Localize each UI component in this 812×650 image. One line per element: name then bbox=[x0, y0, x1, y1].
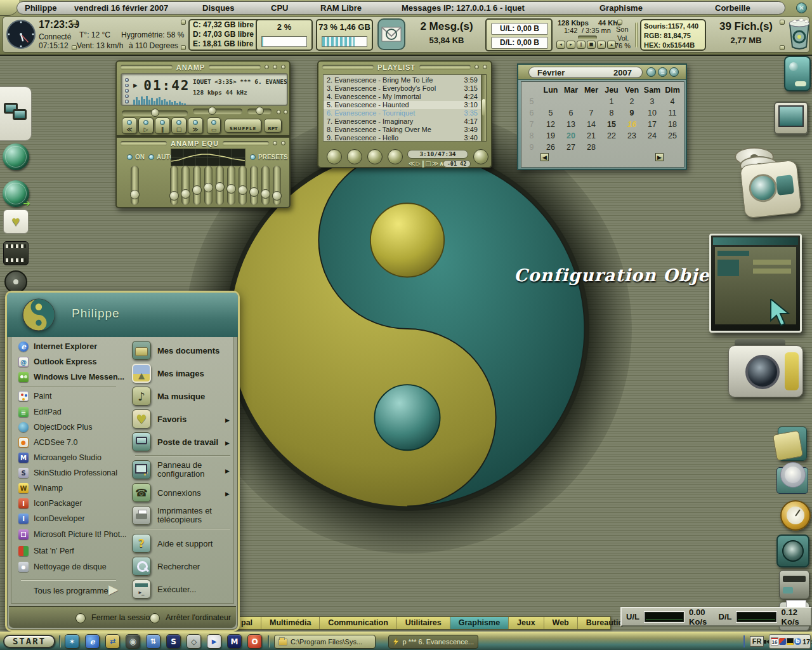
eq-band-slider[interactable] bbox=[216, 166, 224, 205]
mini-button[interactable] bbox=[72, 20, 77, 25]
playlist-item-selected[interactable]: 5. Evanescence - Haunted3:10 bbox=[324, 101, 481, 109]
calendar-prev-month-button[interactable] bbox=[540, 153, 549, 161]
playlist-transport-icons[interactable]: ≪▷‖□≫∧ bbox=[409, 160, 445, 167]
logoff-label[interactable]: Fermer la session bbox=[91, 613, 154, 622]
next-track-button[interactable]: ▸ bbox=[597, 41, 606, 49]
film-icon[interactable] bbox=[3, 241, 29, 265]
dock-speaker-icon[interactable] bbox=[776, 534, 809, 567]
dock-gadget-icon[interactable] bbox=[784, 56, 811, 91]
playlist-item[interactable]: 8. Evanescence - Taking Over Me3:49 bbox=[324, 126, 481, 134]
dock-tape-icon[interactable] bbox=[779, 570, 809, 599]
playlist-item[interactable]: 2. Evanescence - Bring Me To Life3:59 bbox=[324, 76, 481, 84]
menu-item-my-music[interactable]: Ma musique bbox=[132, 387, 205, 406]
playlist-list-button[interactable] bbox=[473, 149, 488, 164]
eq-band-slider[interactable] bbox=[227, 166, 235, 205]
favorites-heart-icon[interactable] bbox=[3, 209, 29, 234]
playlist-titlebar[interactable]: PLAYLIST bbox=[318, 62, 491, 72]
menu-item-help[interactable]: Aide et support bbox=[132, 534, 213, 553]
eq-band-slider[interactable] bbox=[181, 166, 190, 205]
mini-button[interactable] bbox=[284, 110, 288, 114]
menu-item-winamp[interactable]: Winamp bbox=[18, 482, 63, 494]
dock-camera-icon[interactable] bbox=[728, 336, 804, 408]
globe-sync-icon[interactable] bbox=[3, 180, 29, 207]
menu-item-outlook-express[interactable]: Outlook Express bbox=[18, 356, 96, 368]
play-track-button[interactable]: ▸ bbox=[566, 41, 575, 49]
menu-item-connections[interactable]: Connexions bbox=[132, 483, 201, 502]
calendar-titlebar[interactable]: Février 2007 ⌃ ≡ ✕ bbox=[518, 65, 686, 80]
tray-clock[interactable]: 17:23 bbox=[802, 638, 812, 646]
menu-item-iconpackager[interactable]: IconPackager bbox=[18, 498, 82, 509]
balance-slider[interactable] bbox=[247, 109, 272, 114]
shutdown-label[interactable]: Arrêter l'ordinateur bbox=[166, 613, 231, 622]
start-button[interactable]: START bbox=[3, 635, 55, 648]
eq-band-slider[interactable] bbox=[250, 166, 258, 205]
next-button[interactable]: ≫ bbox=[188, 117, 203, 134]
quicklaunch-media-player-icon[interactable] bbox=[207, 634, 221, 649]
eq-auto-led[interactable] bbox=[148, 154, 154, 160]
menu-item-messenger[interactable]: Windows Live Messen... bbox=[18, 371, 124, 383]
tray-calendar-icon[interactable]: 16 bbox=[771, 637, 778, 646]
calendar-close-button[interactable]: ✕ bbox=[669, 67, 679, 77]
close-icon[interactable] bbox=[483, 65, 487, 69]
previous-button[interactable]: ≪ bbox=[122, 117, 137, 134]
eq-band-slider[interactable] bbox=[273, 166, 281, 205]
quicklaunch-3d-box-icon[interactable] bbox=[187, 634, 201, 649]
quicklaunch-opera-icon[interactable] bbox=[247, 634, 262, 649]
tab-multimedia[interactable]: Multimédia bbox=[261, 617, 320, 629]
menu-item-favorites[interactable]: Favoris bbox=[132, 409, 187, 428]
close-icon[interactable] bbox=[281, 141, 285, 145]
eq-band-slider[interactable] bbox=[239, 166, 247, 205]
mini-button[interactable] bbox=[181, 45, 186, 50]
quicklaunch-media-icon[interactable] bbox=[126, 634, 140, 649]
window-button[interactable] bbox=[273, 141, 277, 145]
shuffle-button[interactable]: SHUFFLE bbox=[225, 119, 261, 133]
eq-band-slider[interactable] bbox=[204, 166, 213, 205]
tab-communication[interactable]: Communication bbox=[320, 617, 396, 629]
playlist-remove-button[interactable] bbox=[347, 149, 362, 164]
calendar-menu-button[interactable]: ≡ bbox=[658, 67, 667, 77]
network-places-icon[interactable] bbox=[3, 100, 30, 126]
calendar-minimize-button[interactable]: ⌃ bbox=[646, 67, 656, 77]
menu-item-my-computer[interactable]: Poste de travail bbox=[132, 432, 218, 451]
seek-slider[interactable] bbox=[122, 110, 188, 116]
stop-track-button[interactable]: ■ bbox=[587, 41, 596, 49]
quicklaunch-objectdock-icon[interactable] bbox=[65, 634, 79, 649]
all-programs-button[interactable]: Tous les programmes bbox=[34, 586, 112, 595]
mini-button[interactable] bbox=[277, 110, 281, 114]
open-file-button[interactable]: ▭ bbox=[207, 117, 221, 134]
eq-band-slider[interactable] bbox=[170, 166, 178, 205]
dock-cd-icon[interactable] bbox=[775, 463, 809, 498]
playlist-scrollbar[interactable] bbox=[481, 74, 487, 142]
pause-track-button[interactable]: ‖ bbox=[577, 41, 586, 49]
tray-graph-icon[interactable] bbox=[787, 638, 794, 645]
tray-b-icon[interactable] bbox=[794, 638, 801, 645]
playlist-item-playing[interactable]: 6. Evanescence - Tourniquet3:35 bbox=[324, 109, 481, 117]
playlist-item[interactable]: 7. Evanescence - Imaginary4:17 bbox=[324, 117, 481, 126]
dock-projector-icon[interactable] bbox=[733, 146, 803, 227]
dock-cards-icon[interactable] bbox=[778, 427, 807, 461]
window-button[interactable] bbox=[265, 65, 269, 69]
menu-item-skinstudio[interactable]: SkinStudio Professional bbox=[18, 467, 117, 479]
tab-utilitaires[interactable]: Utilitaires bbox=[397, 617, 450, 629]
reel-icon[interactable] bbox=[4, 270, 27, 293]
window-button[interactable] bbox=[273, 65, 277, 69]
taskbar-window-winamp[interactable]: p *** 6. Evanescence... bbox=[388, 635, 478, 649]
anamp-titlebar[interactable]: ANAMP bbox=[117, 62, 289, 72]
playlist-item[interactable]: 3. Evanescence - Everybody's Fool3:15 bbox=[324, 84, 481, 93]
dock-clock-icon[interactable] bbox=[780, 500, 811, 531]
playlist-item[interactable]: 9. Evanescence - Hello3:40 bbox=[324, 134, 481, 142]
mini-button[interactable] bbox=[780, 45, 785, 50]
mini-button[interactable] bbox=[72, 45, 77, 50]
pause-button[interactable]: ‖ bbox=[155, 117, 170, 134]
dock-monitor-icon[interactable] bbox=[774, 102, 808, 135]
shutdown-button-icon[interactable] bbox=[150, 613, 160, 623]
preamp-slider[interactable] bbox=[131, 166, 139, 205]
menu-item-stat-n-perf[interactable]: Stat 'n' Perf bbox=[18, 545, 74, 557]
quicklaunch-sync-folder-icon[interactable] bbox=[105, 634, 120, 649]
stop-button[interactable]: □ bbox=[171, 117, 187, 134]
logoff-button-icon[interactable] bbox=[75, 613, 86, 623]
language-indicator[interactable]: FR bbox=[750, 636, 764, 647]
menu-item-disk-cleanup[interactable]: Nettoyage de disque bbox=[18, 561, 107, 573]
dock-window-preview-icon[interactable] bbox=[709, 234, 802, 333]
eq-band-slider[interactable] bbox=[193, 166, 201, 205]
